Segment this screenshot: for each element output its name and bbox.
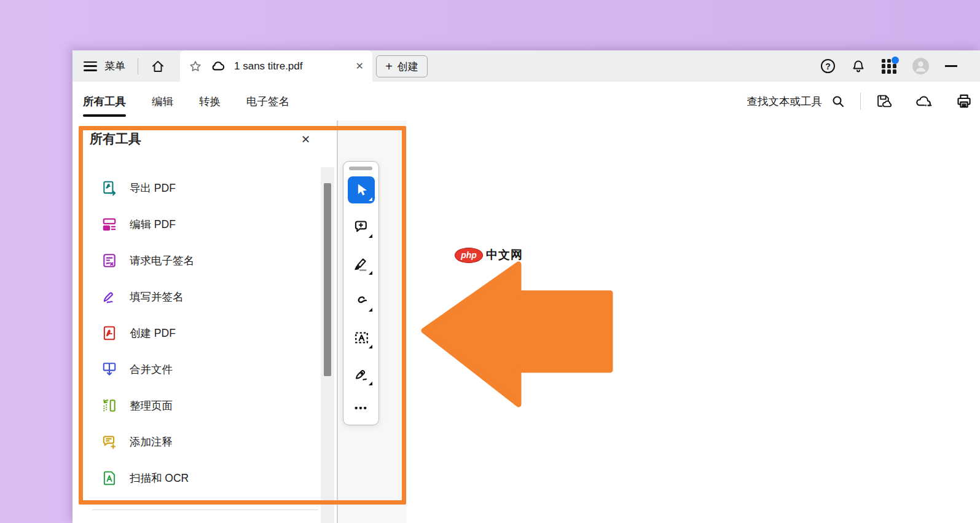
home-icon[interactable] (151, 59, 165, 74)
left-arrow-annotation (421, 253, 613, 411)
tool-item-label: 填写并签名 (130, 289, 184, 304)
main-toolbar: 所有工具 编辑 转换 电子签名 查找文本或工具 (73, 82, 980, 120)
sign-tool-button[interactable] (348, 361, 375, 388)
cloud-document-icon (210, 61, 226, 71)
tool-flyout-indicator (369, 234, 372, 238)
panel-close-icon[interactable]: ✕ (301, 133, 310, 146)
add-comments-icon (101, 434, 117, 450)
tab-title: 1 sans titre.pdf (234, 60, 345, 73)
tab-all-tools[interactable]: 所有工具 (83, 92, 126, 111)
tools-list: 导出 PDF 编辑 PDF 请求电子签名 填写并签名 (73, 170, 321, 496)
select-tool-button[interactable] (348, 176, 375, 203)
tool-flyout-indicator (369, 382, 372, 385)
acrobat-window: 菜单 1 sans titre.pdf ✕ + 创建 ? (73, 50, 980, 523)
fill-and-sign-icon (101, 289, 117, 305)
panel-scrollbar[interactable] (321, 167, 334, 523)
tool-item-export-pdf[interactable]: 导出 PDF (73, 170, 321, 206)
list-separator (92, 509, 318, 510)
edit-pdf-icon (101, 216, 117, 232)
tool-item-label: 创建 PDF (130, 326, 176, 340)
tool-item-create-pdf[interactable]: 创建 PDF (73, 315, 321, 351)
star-icon[interactable] (189, 60, 202, 73)
tab-edit[interactable]: 编辑 (152, 92, 173, 111)
divider (138, 58, 138, 74)
hamburger-menu-icon[interactable] (84, 61, 97, 71)
document-tab[interactable]: 1 sans titre.pdf ✕ (180, 50, 372, 82)
tool-item-edit-pdf[interactable]: 编辑 PDF (73, 206, 321, 242)
tool-item-label: 添加注释 (130, 435, 173, 449)
tool-item-add-comments[interactable]: 添加注释 (73, 423, 321, 460)
quick-tools-toolbar: ••• (343, 161, 379, 425)
menu-button[interactable]: 菜单 (104, 59, 125, 73)
search-icon[interactable] (831, 94, 845, 109)
combine-files-icon (101, 361, 117, 377)
tool-item-request-signatures[interactable]: 请求电子签名 (73, 242, 321, 278)
help-icon[interactable]: ? (821, 59, 835, 73)
tool-item-label: 导出 PDF (130, 181, 176, 195)
tool-item-combine-files[interactable]: 合并文件 (73, 351, 321, 387)
divider (860, 93, 861, 110)
notification-dot (892, 57, 899, 64)
save-icon[interactable] (876, 93, 892, 109)
draw-tool-button[interactable] (348, 287, 375, 314)
tool-flyout-indicator (369, 197, 372, 201)
tool-item-organize-pages[interactable]: 整理页面 (73, 387, 321, 423)
tool-flyout-indicator (369, 308, 372, 312)
titlebar: 菜单 1 sans titre.pdf ✕ + 创建 ? (73, 50, 980, 82)
tool-item-label: 扫描和 OCR (130, 471, 189, 486)
add-text-tool-button[interactable] (348, 324, 375, 351)
tool-item-fill-and-sign[interactable]: 填写并签名 (73, 278, 321, 315)
organize-pages-icon (101, 398, 117, 414)
plus-icon: + (385, 60, 393, 73)
tool-item-label: 请求电子签名 (130, 253, 194, 268)
user-avatar[interactable] (912, 58, 929, 74)
scrollbar-thumb[interactable] (324, 183, 331, 376)
request-signatures-icon (101, 253, 117, 269)
export-pdf-icon (101, 180, 117, 196)
tools-panel-title: 所有工具 (90, 130, 141, 147)
tool-flyout-indicator (369, 345, 372, 348)
create-button[interactable]: + 创建 (376, 55, 428, 77)
main-area: 所有工具 ✕ 导出 PDF 编辑 PDF 请求电子签名 (73, 120, 980, 523)
highlight-tool-button[interactable] (348, 250, 375, 277)
tab-esign[interactable]: 电子签名 (246, 92, 289, 111)
cloud-sync-icon[interactable] (914, 93, 933, 109)
print-icon[interactable] (955, 93, 973, 109)
tool-item-label: 合并文件 (130, 362, 173, 377)
tab-close-icon[interactable]: ✕ (356, 60, 364, 72)
find-text-or-tools-label[interactable]: 查找文本或工具 (747, 94, 823, 109)
create-pdf-icon (101, 325, 117, 341)
toolbar-drag-handle[interactable] (349, 167, 372, 170)
create-button-label: 创建 (398, 60, 418, 74)
php-badge: php (455, 248, 483, 263)
tool-flyout-indicator (369, 271, 372, 275)
notifications-bell-icon[interactable] (851, 59, 866, 74)
app-launcher-grid-icon[interactable] (882, 59, 896, 74)
tab-convert[interactable]: 转换 (199, 92, 221, 111)
toolbar-nav: 所有工具 编辑 转换 电子签名 (83, 82, 289, 120)
tool-item-label: 整理页面 (130, 398, 173, 413)
minimize-button[interactable] (945, 65, 957, 66)
watermark-text: 中文网 (486, 247, 523, 263)
scan-ocr-icon (101, 470, 117, 486)
panel-divider[interactable] (337, 120, 338, 523)
watermark-logo: php 中文网 (455, 247, 523, 263)
add-comment-tool-button[interactable] (348, 213, 375, 240)
tool-item-label: 编辑 PDF (130, 217, 176, 232)
more-tools-button[interactable]: ••• (348, 394, 375, 421)
tool-item-scan-ocr[interactable]: 扫描和 OCR (73, 460, 321, 496)
